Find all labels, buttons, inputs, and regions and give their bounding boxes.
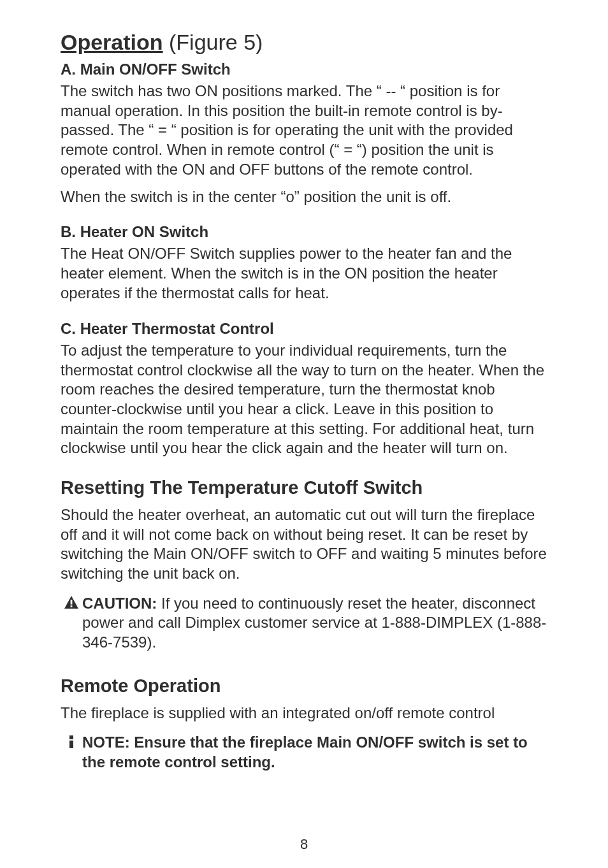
paragraph-a-1: The switch has two ON positions marked. …: [61, 82, 551, 180]
heading-section-c: C. Heater Thermostat Control: [61, 319, 551, 338]
svg-rect-3: [69, 741, 73, 748]
paragraph-c-1: To adjust the temperature to your indivi…: [61, 341, 551, 458]
heading-reset: Resetting The Temperature Cutoff Switch: [61, 476, 551, 500]
page-title: Operation (Figure 5): [61, 29, 551, 55]
note-icon: [61, 733, 82, 749]
svg-rect-1: [71, 605, 73, 607]
note-text: NOTE: Ensure that the fireplace Main ON/…: [82, 733, 551, 772]
caution-text: CAUTION: If you need to continuously res…: [82, 594, 551, 653]
page-number: 8: [0, 836, 608, 853]
note-block: NOTE: Ensure that the fireplace Main ON/…: [61, 733, 551, 772]
caution-label: CAUTION:: [82, 595, 161, 612]
title-operation: Operation: [61, 30, 163, 54]
document-page: Operation (Figure 5) A. Main ON/OFF Swit…: [0, 0, 608, 868]
title-figure-ref: (Figure 5): [163, 30, 263, 54]
heading-section-b: B. Heater ON Switch: [61, 222, 551, 242]
caution-icon: [61, 594, 82, 609]
paragraph-reset-1: Should the heater overheat, an automatic…: [61, 505, 551, 584]
paragraph-b-1: The Heat ON/OFF Switch supplies power to…: [61, 244, 551, 303]
heading-section-a: A. Main ON/OFF Switch: [61, 59, 551, 79]
paragraph-a-2: When the switch is in the center “o” pos…: [61, 187, 551, 207]
heading-remote: Remote Operation: [61, 674, 551, 698]
paragraph-remote-1: The fireplace is supplied with an integr…: [61, 704, 551, 723]
svg-rect-2: [69, 735, 73, 739]
caution-block: CAUTION: If you need to continuously res…: [61, 594, 551, 653]
svg-rect-0: [71, 600, 73, 605]
